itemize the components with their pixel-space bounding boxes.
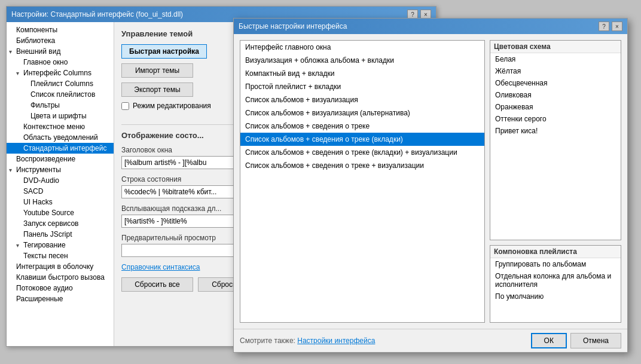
sidebar-item[interactable]: Интеграция в оболочку	[7, 261, 114, 272]
syntax-reference-link[interactable]: Справочник синтаксиса	[121, 263, 200, 271]
sidebar-item-label: Интерфейс Columns	[23, 69, 91, 77]
popup-list-item[interactable]: Простой плейлист + вкладки	[240, 80, 484, 93]
sidebar-item[interactable]: Главное окно	[7, 57, 114, 68]
theme-button[interactable]: Экспорт темы	[121, 82, 193, 97]
popup-help-button[interactable]: ?	[599, 22, 609, 31]
playlist-layout-panel: Компоновка плейлиста Группировать по аль…	[490, 245, 621, 323]
sidebar-item[interactable]: Тексты песен	[7, 250, 114, 261]
sidebar-item-label: Инструменты	[16, 166, 61, 174]
sidebar-item[interactable]: Область уведомлений	[7, 132, 114, 143]
sidebar-item[interactable]: Плейлист Columns	[7, 78, 114, 89]
sidebar-item[interactable]: DVD-Audio	[7, 175, 114, 186]
popup-list-item[interactable]: Список альбомов + визуализация	[240, 93, 484, 106]
color-scheme-item[interactable]: Белая	[490, 53, 621, 65]
edit-mode-label: Режим редактирования	[133, 102, 211, 110]
popup-list-item[interactable]: Список альбомов + сведения о треке (вкла…	[240, 146, 484, 159]
popup-list-item[interactable]: Список альбомов + сведения о треке (вкла…	[240, 133, 484, 146]
sidebar-item-label: Библиотека	[16, 36, 55, 45]
popup-title-bar: Быстрые настройки интерфейса ? ×	[234, 19, 627, 34]
main-window-title: Настройки: Стандартный интерфейс (foo_ui…	[11, 10, 183, 19]
color-scheme-item[interactable]: Жёлтая	[490, 65, 621, 77]
sidebar-item[interactable]: Фильтры	[7, 100, 114, 111]
sidebar-item-label: DVD-Audio	[23, 176, 59, 185]
popup-list-item[interactable]: Список альбомов + сведения о треке + виз…	[240, 159, 484, 172]
sidebar-item-label: Потоковое аудио	[16, 284, 73, 292]
sidebar-item-label: Тегирование	[23, 241, 66, 249]
popup-list-item[interactable]: Компактный вид + вкладки	[240, 67, 484, 80]
sidebar-item-label: Область уведомлений	[23, 133, 98, 142]
sidebar-item[interactable]: UI Hacks	[7, 197, 114, 207]
popup-footer: Смотрите также: Настройки интерфейса ОК …	[234, 329, 627, 352]
sidebar-item-label: Цвета и шрифты	[30, 112, 87, 120]
settings-sidebar: КомпонентыБиблиотека▾Внешний видГлавное …	[7, 22, 114, 346]
sidebar-item[interactable]: Youtube Source	[7, 207, 114, 218]
reset-all-button[interactable]: Сбросить все	[121, 277, 193, 292]
sidebar-item-label: Контекстное меню	[23, 123, 85, 131]
sidebar-item-label: Youtube Source	[23, 209, 74, 217]
sidebar-item[interactable]: Расширенные	[7, 293, 114, 304]
popup-body: Интерфейс главного окнаВизуализация + об…	[234, 34, 627, 329]
theme-button[interactable]: Импорт темы	[121, 63, 193, 78]
edit-mode-row: Режим редактирования	[121, 102, 241, 110]
popup-title: Быстрые настройки интерфейса	[239, 22, 347, 30]
sidebar-item[interactable]: Компоненты	[7, 25, 114, 35]
sidebar-item[interactable]: Цвета и шрифты	[7, 111, 114, 121]
theme-management-column: Управление темой Быстрая настройкаИмпорт…	[121, 29, 241, 118]
tree-expand-icon: ▾	[9, 167, 16, 173]
popup-footer-buttons: ОК Отмена	[531, 333, 621, 348]
tree-expand-icon: ▾	[16, 70, 23, 77]
popup-list-item[interactable]: Визуализация + обложка альбома + вкладки	[240, 54, 484, 67]
playlist-layout-item[interactable]: Группировать по альбомам	[490, 258, 621, 270]
sidebar-item-label: Внешний вид	[16, 47, 60, 56]
sidebar-item-label: SACD	[23, 187, 43, 195]
color-scheme-header: Цветовая схема	[490, 41, 621, 53]
color-scheme-item[interactable]: Обесцвеченная	[490, 77, 621, 89]
cancel-button[interactable]: Отмена	[570, 333, 621, 348]
sidebar-item[interactable]: Воспроизведение	[7, 154, 114, 164]
ok-button[interactable]: ОК	[531, 333, 567, 348]
tree-expand-icon: ▾	[16, 242, 23, 249]
sidebar-item[interactable]: Список плейлистов	[7, 89, 114, 100]
playlist-layout-item[interactable]: По умолчанию	[490, 290, 621, 302]
popup-list-item[interactable]: Список альбомов + визуализация (альтерна…	[240, 106, 484, 120]
sidebar-item[interactable]: Потоковое аудио	[7, 283, 114, 293]
sidebar-item[interactable]: Библиотека	[7, 35, 114, 46]
playlist-layout-item[interactable]: Отдельная колонка для альбома и исполнит…	[490, 270, 621, 290]
popup-list-item[interactable]: Интерфейс главного окна	[240, 41, 484, 54]
color-scheme-item[interactable]: Оттенки серого	[490, 113, 621, 125]
sidebar-item-label: Запуск сервисов	[23, 219, 78, 228]
sidebar-item[interactable]: Контекстное меню	[7, 121, 114, 132]
sidebar-item-label: Плейлист Columns	[30, 79, 93, 88]
see-also-text: Смотрите также: Настройки интерфейса	[240, 337, 375, 345]
sidebar-item[interactable]: ▾Тегирование	[7, 240, 114, 250]
theme-button[interactable]: Быстрая настройка	[121, 44, 207, 59]
popup-list-item[interactable]: Список альбомов + сведения о треке	[240, 120, 484, 133]
sidebar-item[interactable]: Панель JScript	[7, 229, 114, 240]
sidebar-item[interactable]: ▾Инструменты	[7, 164, 114, 175]
settings-link[interactable]: Настройки интерфейса	[297, 337, 375, 345]
playlist-layout-header: Компоновка плейлиста	[490, 246, 621, 258]
sidebar-item-label: Тексты песен	[23, 252, 68, 260]
sidebar-item[interactable]: SACD	[7, 186, 114, 197]
interface-list: Интерфейс главного окнаВизуализация + об…	[240, 40, 485, 323]
sidebar-item[interactable]: ▾Внешний вид	[7, 46, 114, 57]
sidebar-item-label: Интеграция в оболочку	[16, 262, 93, 271]
theme-section-title: Управление темой	[121, 29, 241, 38]
color-scheme-item[interactable]: Оранжевая	[490, 101, 621, 113]
sidebar-item-label: Панель JScript	[23, 230, 72, 238]
color-scheme-item[interactable]: Привет киса!	[490, 125, 621, 137]
sidebar-item[interactable]: Стандартный интерфейс	[7, 143, 114, 154]
sidebar-item[interactable]: ▾Интерфейс Columns	[7, 68, 114, 78]
edit-mode-checkbox[interactable]	[121, 102, 129, 110]
sidebar-item-label: Список плейлистов	[30, 90, 95, 99]
sidebar-item-label: Расширенные	[16, 295, 63, 303]
see-also-label: Смотрите также:	[240, 337, 295, 345]
color-scheme-item[interactable]: Оливковая	[490, 89, 621, 101]
sidebar-item[interactable]: Клавиши быстрого вызова	[7, 272, 114, 283]
sidebar-item-label: Клавиши быстрого вызова	[16, 273, 105, 282]
sidebar-item-label: Стандартный интерфейс	[23, 144, 107, 152]
popup-close-button[interactable]: ×	[612, 22, 622, 31]
tree-expand-icon: ▾	[9, 48, 16, 55]
sidebar-item[interactable]: Запуск сервисов	[7, 218, 114, 229]
sidebar-item-label: UI Hacks	[23, 198, 53, 206]
